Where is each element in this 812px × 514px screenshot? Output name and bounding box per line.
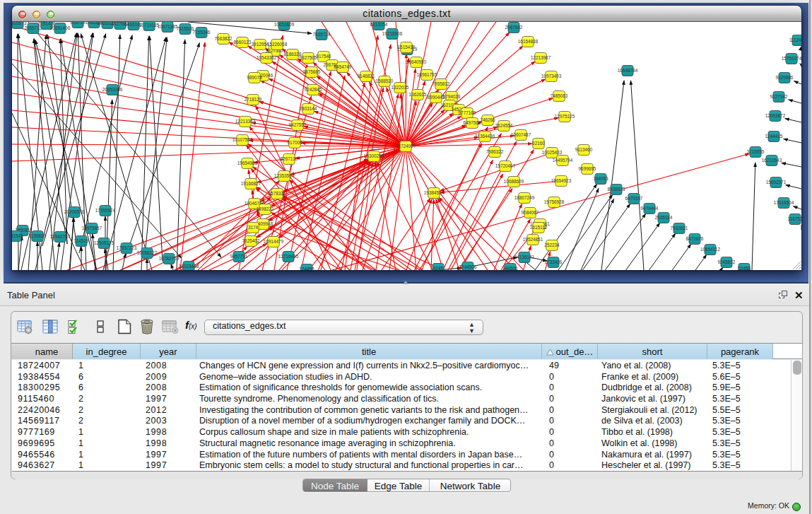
svg-text:9227342: 9227342 <box>770 94 788 99</box>
svg-text:10719185: 10719185 <box>139 23 160 28</box>
svg-text:15751074: 15751074 <box>782 56 801 61</box>
svg-text:16914479: 16914479 <box>264 239 284 244</box>
svg-text:2935114: 2935114 <box>655 215 673 220</box>
svg-text:8454749: 8454749 <box>334 64 352 69</box>
svg-text:9084067: 9084067 <box>522 210 539 215</box>
svg-text:944506: 944506 <box>502 266 518 270</box>
svg-text:10671385: 10671385 <box>158 24 178 29</box>
svg-text:9699695: 9699695 <box>579 166 596 171</box>
svg-text:7932621: 7932621 <box>671 226 688 230</box>
svg-text:8813054: 8813054 <box>370 22 388 27</box>
svg-text:10782759: 10782759 <box>159 256 180 261</box>
svg-text:10543362: 10543362 <box>257 55 277 60</box>
svg-text:17359924: 17359924 <box>95 208 116 213</box>
svg-text:10973493: 10973493 <box>541 74 562 78</box>
svg-text:1156829: 1156829 <box>29 233 47 238</box>
svg-text:1615112: 1615112 <box>530 225 548 230</box>
svg-text:10958127: 10958127 <box>137 250 158 255</box>
svg-text:12023448: 12023448 <box>179 264 199 269</box>
svg-text:10688609: 10688609 <box>504 179 524 184</box>
svg-text:3215955: 3215955 <box>747 149 765 154</box>
svg-text:92456: 92456 <box>738 266 751 270</box>
svg-text:917006: 917006 <box>287 140 302 145</box>
svg-text:7515526: 7515526 <box>177 26 194 31</box>
svg-text:19384554: 19384554 <box>424 190 445 195</box>
svg-text:1515419: 1515419 <box>398 45 416 49</box>
svg-text:7835724: 7835724 <box>313 32 331 37</box>
svg-text:12213987: 12213987 <box>531 55 551 60</box>
svg-text:391545: 391545 <box>12 233 23 238</box>
svg-text:19756928: 19756928 <box>544 199 565 204</box>
svg-text:2718129: 2718129 <box>245 97 262 102</box>
svg-text:2803144: 2803144 <box>300 106 317 111</box>
svg-text:13716485: 13716485 <box>278 254 299 259</box>
svg-text:1588520: 1588520 <box>376 78 394 83</box>
svg-text:16154838: 16154838 <box>518 39 539 44</box>
svg-text:17016504: 17016504 <box>774 200 794 205</box>
svg-text:18300295: 18300295 <box>364 153 384 158</box>
svg-text:16648784: 16648784 <box>618 68 638 73</box>
svg-text:8471676: 8471676 <box>686 236 704 241</box>
svg-text:19975857: 19975857 <box>82 226 102 230</box>
svg-text:124455: 124455 <box>299 267 314 270</box>
svg-text:116753: 116753 <box>788 216 801 221</box>
svg-text:2087662: 2087662 <box>505 25 523 30</box>
svg-text:989078: 989078 <box>247 75 262 80</box>
svg-text:7955812: 7955812 <box>433 81 450 86</box>
svg-text:3174: 3174 <box>248 225 259 230</box>
svg-text:9457791: 9457791 <box>230 254 248 259</box>
svg-text:9327505: 9327505 <box>300 55 317 60</box>
svg-text:12353594: 12353594 <box>274 173 295 178</box>
svg-text:15226058: 15226058 <box>267 42 288 47</box>
svg-text:114519: 114519 <box>74 238 89 243</box>
svg-text:6497568: 6497568 <box>464 120 481 125</box>
svg-text:164093: 164093 <box>593 176 608 181</box>
svg-text:9474444: 9474444 <box>641 206 659 211</box>
svg-text:18807249: 18807249 <box>514 195 535 200</box>
svg-text:20053346: 20053346 <box>102 87 123 92</box>
svg-text:19654988: 19654988 <box>237 160 258 165</box>
svg-text:19524851: 19524851 <box>523 237 543 242</box>
svg-text:6794028: 6794028 <box>443 94 461 99</box>
svg-text:8938923: 8938923 <box>608 187 625 192</box>
svg-text:16210643: 16210643 <box>762 158 782 163</box>
svg-text:12505175: 12505175 <box>94 240 114 245</box>
svg-text:1244506: 1244506 <box>459 264 477 269</box>
svg-text:12093872: 12093872 <box>765 113 786 118</box>
svg-text:7625402: 7625402 <box>242 238 260 243</box>
svg-text:19218906: 19218906 <box>382 31 403 36</box>
svg-text:10107552: 10107552 <box>233 137 253 142</box>
svg-text:9113460: 9113460 <box>575 147 593 152</box>
svg-text:15692971: 15692971 <box>766 180 787 185</box>
svg-text:7155346: 7155346 <box>193 30 211 35</box>
svg-text:9245612: 9245612 <box>718 259 736 264</box>
svg-text:10025433: 10025433 <box>542 150 563 155</box>
svg-text:2055713: 2055713 <box>25 25 42 30</box>
svg-text:7485063: 7485063 <box>551 93 568 98</box>
svg-text:1362615: 1362615 <box>409 92 427 97</box>
svg-text:14495794: 14495794 <box>553 158 573 163</box>
svg-text:19166827: 19166827 <box>241 181 261 186</box>
svg-text:1244415: 1244415 <box>765 134 783 139</box>
svg-text:3624554: 3624554 <box>495 123 513 128</box>
svg-text:917546: 917546 <box>316 54 331 59</box>
svg-text:1112447: 1112447 <box>789 37 801 42</box>
svg-text:17957223: 17957223 <box>117 245 137 250</box>
svg-text:20691406: 20691406 <box>50 25 71 30</box>
svg-text:1498222: 1498222 <box>257 206 274 211</box>
svg-text:10607487: 10607487 <box>511 132 531 137</box>
svg-text:1322035: 1322035 <box>392 85 409 90</box>
svg-text:20206576: 20206576 <box>64 209 85 214</box>
svg-text:8660123: 8660123 <box>234 40 252 45</box>
svg-text:903719: 903719 <box>70 22 86 25</box>
svg-text:12942757: 12942757 <box>50 234 71 239</box>
svg-text:6479197: 6479197 <box>625 196 643 201</box>
svg-text:9245: 9245 <box>433 266 444 270</box>
svg-text:10654112: 10654112 <box>700 247 720 252</box>
svg-text:7986322: 7986322 <box>486 149 504 154</box>
svg-text:18724007: 18724007 <box>396 144 416 148</box>
svg-text:252234: 252234 <box>544 243 560 247</box>
svg-text:12213363: 12213363 <box>235 119 256 124</box>
svg-text:15720407: 15720407 <box>495 163 516 168</box>
svg-text:19654923: 19654923 <box>551 178 572 183</box>
